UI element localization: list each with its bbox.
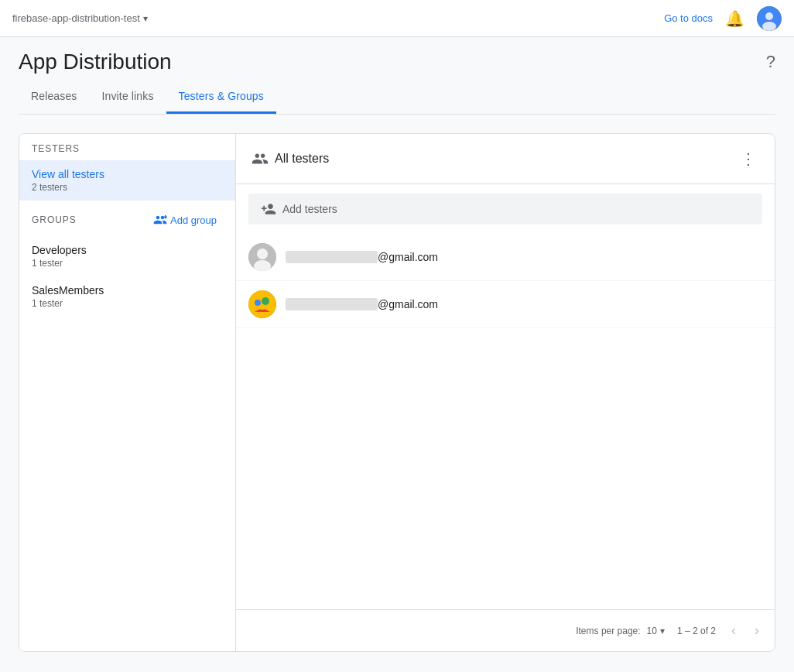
tester-row-1[interactable]: ████████████@gmail.com: [236, 234, 775, 281]
avatar-image: [757, 6, 782, 31]
tester-email-suffix-1: @gmail.com: [378, 251, 438, 263]
page-title: App Distribution: [19, 50, 172, 74]
groups-header-row: Groups Add group: [19, 201, 235, 236]
tester-email-2: ████████████@gmail.com: [286, 298, 438, 310]
sidebar: Testers View all testers 2 testers Group…: [19, 134, 236, 651]
groups-section-label: Groups: [32, 214, 77, 225]
tester-email-suffix-2: @gmail.com: [378, 298, 438, 310]
svg-point-8: [262, 297, 269, 305]
tester-count-label: 2 testers: [32, 182, 223, 193]
panel-footer: Items per page: 10 ▾ 1 – 2 of 2 ‹ ›: [236, 609, 775, 651]
custom-avatar-icon: [248, 290, 276, 318]
page-header: App Distribution ?: [19, 37, 775, 81]
group-count-developers: 1 tester: [32, 258, 223, 269]
tester-avatar-1: [248, 243, 276, 271]
prev-page-button[interactable]: ‹: [728, 619, 739, 642]
notifications-icon[interactable]: 🔔: [725, 9, 744, 28]
items-per-page-label: Items per page:: [576, 626, 640, 636]
topbar-right: Go to docs 🔔: [664, 6, 782, 31]
all-testers-icon: [252, 150, 269, 167]
more-options-icon[interactable]: ⋮: [738, 146, 759, 171]
next-page-button[interactable]: ›: [751, 619, 762, 642]
panel-spacer: [236, 328, 775, 609]
go-to-docs-link[interactable]: Go to docs: [664, 12, 713, 24]
tabs: Releases Invite links Testers & Groups: [19, 81, 775, 115]
view-all-testers-item[interactable]: View all testers 2 testers: [19, 160, 235, 201]
svg-point-7: [255, 300, 261, 306]
group-name-developers: Developers: [32, 244, 223, 256]
svg-point-2: [762, 22, 776, 31]
panel-header: All testers ⋮: [236, 134, 775, 184]
right-panel: All testers ⋮ Add testers: [236, 134, 775, 651]
add-group-button[interactable]: Add group: [147, 210, 223, 230]
group-name-salesmembers: SalesMembers: [32, 284, 223, 297]
topbar-left: firebase-app-distribution-test ▾: [12, 12, 148, 24]
tester-email-1: ████████████@gmail.com: [286, 251, 438, 263]
svg-point-9: [260, 305, 265, 310]
testers-section-header: Testers: [19, 134, 235, 160]
add-tester-icon: [261, 201, 276, 217]
content-panel: Testers View all testers 2 testers Group…: [19, 133, 775, 652]
panel-title: All testers: [275, 152, 329, 166]
tab-releases[interactable]: Releases: [19, 81, 90, 114]
page-info: 1 – 2 of 2: [677, 626, 716, 636]
add-testers-label: Add testers: [282, 203, 337, 215]
add-testers-button[interactable]: Add testers: [248, 194, 762, 225]
add-group-label: Add group: [170, 214, 217, 226]
svg-point-6: [248, 290, 276, 318]
default-avatar-icon: [248, 243, 276, 271]
tester-row-2[interactable]: ████████████@gmail.com: [236, 281, 775, 328]
per-page-dropdown-icon: ▾: [660, 626, 665, 636]
group-item-developers[interactable]: Developers 1 tester: [19, 236, 235, 276]
main-content: App Distribution ? Releases Invite links…: [0, 37, 794, 652]
group-count-salesmembers: 1 tester: [32, 298, 223, 309]
svg-point-4: [257, 249, 268, 259]
topbar: firebase-app-distribution-test ▾ Go to d…: [0, 0, 794, 37]
tester-email-prefix-2: ████████████: [286, 298, 378, 310]
per-page-value: 10: [647, 626, 657, 636]
project-name[interactable]: firebase-app-distribution-test: [12, 12, 140, 24]
user-avatar[interactable]: [757, 6, 782, 31]
project-dropdown-icon[interactable]: ▾: [143, 13, 148, 24]
group-item-salesmembers[interactable]: SalesMembers 1 tester: [19, 276, 235, 317]
per-page-select[interactable]: 10 ▾: [647, 626, 665, 636]
tester-email-prefix-1: ████████████: [286, 251, 378, 263]
items-per-page: Items per page: 10 ▾: [576, 626, 665, 636]
help-icon[interactable]: ?: [766, 52, 775, 72]
svg-point-1: [765, 12, 773, 20]
tab-testers-groups[interactable]: Testers & Groups: [166, 81, 276, 114]
tab-invite-links[interactable]: Invite links: [90, 81, 166, 114]
add-group-icon: [153, 213, 167, 227]
view-all-testers-label: View all testers: [32, 168, 223, 180]
tester-avatar-2: [248, 290, 276, 318]
panel-title-row: All testers: [252, 150, 329, 167]
